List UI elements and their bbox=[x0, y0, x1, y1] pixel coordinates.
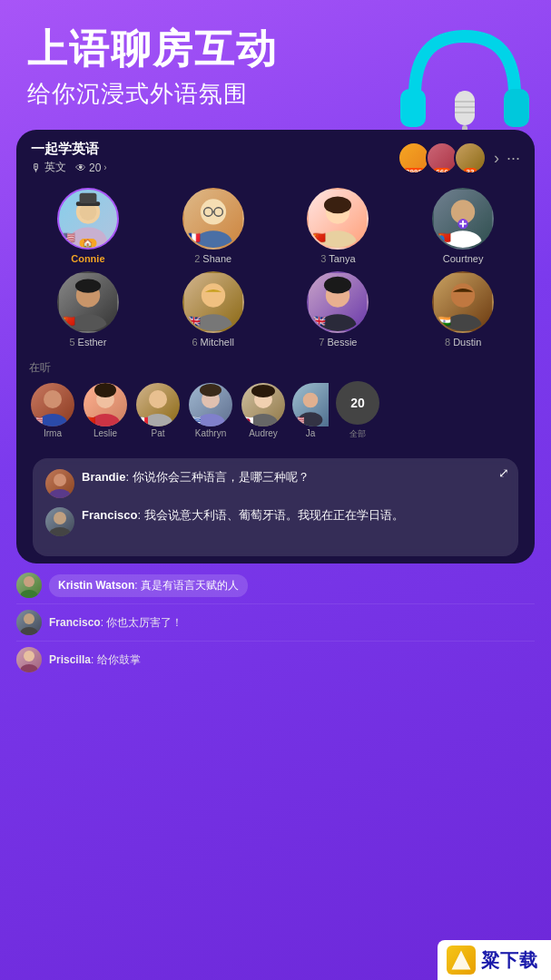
listener-audrey[interactable]: 🇯🇵 Audrey bbox=[240, 383, 287, 438]
flag-connie: 🇺🇸 bbox=[61, 230, 77, 246]
chat-sender-brandie: Brandie bbox=[82, 470, 125, 484]
comment-text-francisco2: Francisco: 你也太厉害了！ bbox=[49, 615, 182, 631]
room-actions: 9999 666 33 › ··· bbox=[398, 142, 520, 174]
more-icon[interactable]: › bbox=[494, 149, 499, 168]
eye-icon: 👁 bbox=[75, 162, 86, 174]
room-info: 一起学英语 🎙 英文 👁 20 › bbox=[31, 141, 107, 175]
listener-name-irma: Irma bbox=[44, 428, 62, 438]
listeners-section: 在听 🇺🇸 Irma bbox=[16, 357, 535, 449]
speaker-avatar-connie: 🇺🇸 🏠 bbox=[57, 188, 119, 250]
header-avatar-group: 9999 666 33 bbox=[398, 142, 487, 174]
svg-rect-12 bbox=[79, 193, 96, 203]
room-card: 一起学英语 🎙 英文 👁 20 › 9999 bbox=[16, 130, 535, 564]
svg-point-52 bbox=[49, 489, 71, 498]
svg-point-58 bbox=[20, 627, 38, 635]
chat-text-brandie: Brandie: 你说你会三种语言，是哪三种呢？ bbox=[82, 469, 310, 486]
dots-icon[interactable]: ··· bbox=[507, 149, 520, 168]
listener-avatar-irma: 🇺🇸 bbox=[31, 383, 74, 426]
speaker-shane[interactable]: 🇫🇷 2 Shane bbox=[154, 188, 272, 264]
avatar-badge-1: 9999 bbox=[403, 168, 425, 174]
speaker-name-esther: 5 Esther bbox=[69, 337, 106, 348]
comment-avatar-kristin bbox=[16, 573, 42, 598]
flag-dustin: 🇮🇳 bbox=[436, 313, 452, 329]
flag-mitchell: 🇬🇧 bbox=[186, 313, 202, 329]
listener-avatar-audrey: 🇯🇵 bbox=[241, 383, 285, 426]
chat-message-francisco: Francisco: 我会说意大利语、葡萄牙语。我现在正在学日语。 bbox=[45, 507, 506, 536]
speaker-mitchell[interactable]: 🇬🇧 6 Mitchell bbox=[154, 271, 272, 348]
svg-point-40 bbox=[94, 383, 116, 397]
header-avatar-3: 33 bbox=[454, 142, 487, 174]
speaker-avatar-shane: 🇫🇷 bbox=[182, 188, 244, 250]
speaker-dustin[interactable]: 🇮🇳 8 Dustin bbox=[404, 271, 522, 348]
app-header: 上语聊房互动 给你沉浸式外语氛围 bbox=[0, 0, 551, 119]
mic-icon: 🎙 bbox=[31, 162, 42, 174]
viewers-chevron: › bbox=[103, 162, 106, 172]
speaker-courtney[interactable]: 🇨🇳 👤 Courtney bbox=[404, 188, 522, 264]
watermark: 粱下载 bbox=[438, 940, 551, 980]
speaker-name-tanya: 3 Tanya bbox=[320, 253, 355, 264]
svg-point-56 bbox=[20, 590, 38, 598]
svg-point-33 bbox=[324, 277, 351, 294]
speaker-bessie[interactable]: 🇬🇧 7 Bessie bbox=[280, 271, 398, 348]
svg-point-36 bbox=[44, 390, 62, 408]
host-badge-connie: 🏠 bbox=[79, 239, 96, 248]
speaker-name-courtney: Courtney bbox=[443, 253, 484, 264]
listener-more[interactable]: 20 全部 bbox=[334, 381, 381, 440]
flag-tanya: 🇨🇳 bbox=[310, 230, 327, 246]
speaker-tanya[interactable]: 🇨🇳 3 Tanya bbox=[280, 188, 398, 264]
comment-sender-kristin: Kristin Watson bbox=[58, 579, 134, 592]
listener-kathryn[interactable]: 🇺🇾 Kathryn bbox=[187, 383, 234, 438]
room-meta: 🎙 英文 👁 20 › bbox=[31, 160, 107, 175]
speaker-name-shane: 2 Shane bbox=[194, 253, 231, 264]
user-icon-courtney: 👤 bbox=[434, 235, 448, 248]
svg-marker-61 bbox=[452, 951, 471, 970]
listener-avatar-ja: 🇺🇸 bbox=[292, 383, 329, 426]
comment-kristin: Kristin Watson: 真是有语言天赋的人 bbox=[16, 567, 535, 604]
comment-francisco2: Francisco: 你也太厉害了！ bbox=[16, 604, 535, 642]
speaker-esther[interactable]: 🇨🇳 5 Esther bbox=[29, 271, 147, 348]
listener-leslie[interactable]: 🇨🇳 Leslie bbox=[82, 383, 129, 438]
listener-more-count[interactable]: 20 bbox=[336, 381, 379, 425]
svg-point-49 bbox=[303, 393, 319, 408]
listener-avatar-pat: 🇫🇷 bbox=[136, 383, 180, 426]
header-subtitle: 给你沉浸式外语氛围 bbox=[27, 78, 524, 110]
speaker-avatar-esther: 🇨🇳 bbox=[57, 271, 119, 333]
watermark-logo bbox=[447, 946, 476, 975]
listener-name-audrey: Audrey bbox=[249, 428, 278, 438]
comment-avatar-francisco2 bbox=[16, 610, 42, 635]
speaker-name-bessie: 7 Bessie bbox=[319, 337, 357, 348]
speaker-avatar-bessie: 🇬🇧 bbox=[307, 271, 369, 333]
expand-icon[interactable]: ⤢ bbox=[498, 466, 509, 480]
listener-irma[interactable]: 🇺🇸 Irma bbox=[29, 383, 76, 438]
listener-avatar-leslie: 🇨🇳 bbox=[84, 383, 127, 426]
svg-point-28 bbox=[75, 279, 101, 293]
svg-point-60 bbox=[20, 664, 38, 672]
speaker-avatar-courtney: 🇨🇳 👤 bbox=[432, 188, 494, 250]
chat-section: ⤢ Brandie: 你说你会三种语言，是哪三种呢？ bbox=[33, 458, 518, 556]
header-title: 上语聊房互动 bbox=[27, 27, 524, 71]
speaker-avatar-mitchell: 🇬🇧 bbox=[182, 271, 244, 333]
listener-name-ja: Ja bbox=[306, 428, 316, 438]
svg-point-51 bbox=[54, 474, 66, 486]
speaker-avatar-tanya: 🇨🇳 bbox=[307, 188, 369, 250]
flag-shane: 🇫🇷 bbox=[186, 230, 202, 246]
flag-esther: 🇨🇳 bbox=[61, 313, 77, 329]
room-title: 一起学英语 bbox=[31, 141, 107, 158]
listener-ja[interactable]: 🇺🇸 Ja bbox=[292, 383, 329, 438]
comment-bubble-kristin: Kristin Watson: 真是有语言天赋的人 bbox=[49, 574, 248, 597]
avatar-badge-3: 33 bbox=[464, 168, 477, 174]
listener-pat[interactable]: 🇫🇷 Pat bbox=[134, 383, 182, 438]
chat-text-francisco: Francisco: 我会说意大利语、葡萄牙语。我现在正在学日语。 bbox=[82, 507, 404, 524]
svg-point-54 bbox=[49, 527, 71, 536]
speaker-connie[interactable]: 🇺🇸 🏠 Connie bbox=[29, 188, 147, 264]
listeners-label: 在听 bbox=[29, 360, 522, 376]
listener-name-kathryn: Kathryn bbox=[195, 428, 226, 438]
avatar-badge-2: 666 bbox=[433, 168, 450, 174]
all-label[interactable]: 全部 bbox=[349, 428, 366, 440]
speaker-avatar-dustin: 🇮🇳 bbox=[432, 271, 494, 333]
svg-point-41 bbox=[149, 390, 167, 408]
svg-point-34 bbox=[451, 284, 475, 308]
svg-point-29 bbox=[201, 284, 224, 308]
room-viewers: 👁 20 › bbox=[75, 162, 107, 174]
comment-avatar-priscilla bbox=[16, 647, 42, 672]
